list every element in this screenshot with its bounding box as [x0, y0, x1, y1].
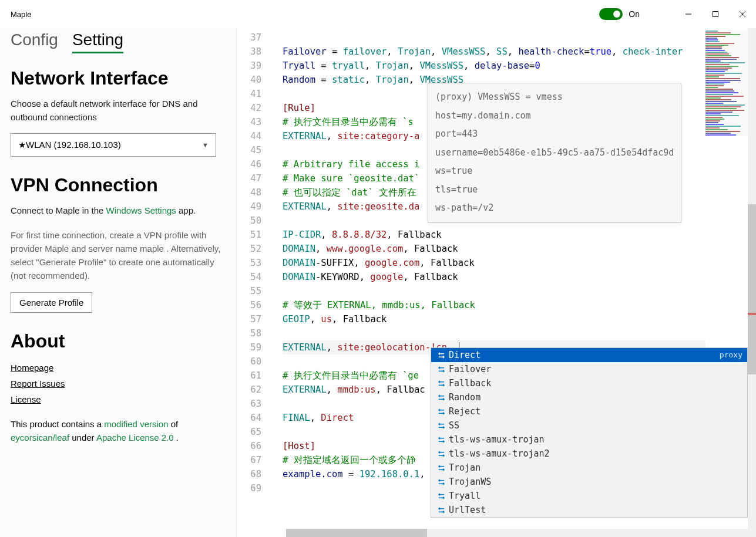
- proxy-icon: [436, 492, 446, 500]
- tabs: Config Setting: [11, 31, 226, 53]
- hover-line: port=443: [435, 125, 674, 144]
- toggle-label: On: [629, 9, 640, 19]
- vpn-toggle[interactable]: [599, 8, 623, 20]
- select-value: ★WLAN (192.168.10.103): [18, 140, 121, 150]
- completion-item[interactable]: Directproxy: [431, 348, 747, 362]
- section-about-heading: About: [11, 330, 226, 352]
- section-vpn-heading: VPN Connection: [11, 174, 226, 196]
- sidebar: Config Setting Network Interface Choose …: [0, 28, 237, 537]
- proxy-icon: [436, 394, 446, 401]
- chevron-down-icon: ▼: [202, 141, 209, 148]
- titlebar: Maple On: [0, 0, 756, 28]
- license-link[interactable]: License: [11, 394, 226, 404]
- completion-item[interactable]: tls-ws-amux-trojan: [431, 433, 747, 447]
- generate-profile-button[interactable]: Generate Profile: [11, 292, 92, 313]
- scroll-marker: [748, 313, 756, 315]
- completion-item[interactable]: SS: [431, 418, 747, 433]
- proxy-icon: [436, 366, 446, 373]
- modified-version-link[interactable]: modified version: [104, 419, 168, 429]
- about-credits: This product contains a modified version…: [11, 417, 226, 445]
- network-interface-select[interactable]: ★WLAN (192.168.10.103) ▼: [11, 133, 216, 157]
- completion-item[interactable]: TrojanWS: [431, 475, 747, 489]
- completion-item[interactable]: Reject: [431, 404, 747, 418]
- homepage-link[interactable]: Homepage: [11, 363, 226, 373]
- proxy-icon: [436, 506, 446, 514]
- completion-item[interactable]: tls-ws-amux-trojan2: [431, 447, 747, 461]
- vpn-toggle-wrap: On: [599, 8, 640, 20]
- hover-line: tls=true: [435, 181, 674, 200]
- scrollbar-vertical[interactable]: [748, 28, 756, 537]
- proxy-icon: [436, 436, 446, 444]
- tab-config[interactable]: Config: [11, 31, 58, 53]
- hover-line: host=my.domain.com: [435, 107, 674, 126]
- maximize-button[interactable]: [702, 5, 729, 23]
- vpn-desc-1: Connect to Maple in the Windows Settings…: [11, 204, 226, 218]
- window-title: Maple: [11, 10, 31, 19]
- windows-settings-link[interactable]: Windows Settings: [106, 205, 176, 215]
- apache-license-link[interactable]: Apache License 2.0: [96, 433, 174, 443]
- tab-setting[interactable]: Setting: [72, 31, 123, 53]
- hover-line: username=0eb5486e-e1b5-49c5-aa75-d15e54d…: [435, 144, 674, 163]
- network-desc: Choose a default network interface for D…: [11, 97, 226, 124]
- completion-popup[interactable]: DirectproxyFailoverFallbackRandomRejectS…: [431, 347, 748, 518]
- proxy-icon: [436, 352, 446, 359]
- completion-item[interactable]: Tryall: [431, 489, 747, 503]
- scrollbar-horizontal-thumb[interactable]: [286, 529, 427, 537]
- proxy-icon: [436, 408, 446, 416]
- proxy-icon: [436, 464, 446, 472]
- completion-item[interactable]: Failover: [431, 362, 747, 376]
- proxy-icon: [436, 422, 446, 430]
- minimize-button[interactable]: [675, 5, 702, 23]
- close-button[interactable]: [729, 5, 756, 23]
- completion-item[interactable]: Trojan: [431, 461, 747, 475]
- hover-line: ws=true: [435, 162, 674, 181]
- hover-tooltip: (proxy) VMessWSS = vmess host=my.domain.…: [428, 83, 681, 223]
- vpn-desc-2: For first time connection, create a VPN …: [11, 228, 226, 283]
- minimap[interactable]: [705, 31, 748, 136]
- completion-item[interactable]: UrlTest: [431, 503, 747, 517]
- scrollbar-horizontal[interactable]: [286, 529, 748, 537]
- report-issues-link[interactable]: Report Issues: [11, 379, 226, 389]
- section-network-heading: Network Interface: [11, 67, 226, 89]
- titlebar-controls: On: [599, 5, 756, 23]
- code-editor[interactable]: 3738394041424344454647484950515253545556…: [237, 28, 756, 537]
- proxy-icon: [436, 380, 446, 387]
- completion-item[interactable]: Fallback: [431, 376, 747, 390]
- scrollbar-vertical-thumb[interactable]: [748, 204, 756, 374]
- main: Config Setting Network Interface Choose …: [0, 28, 756, 537]
- toggle-knob: [613, 11, 620, 18]
- hover-line: (proxy) VMessWSS = vmess: [435, 88, 674, 107]
- line-gutter: 3738394041424344454647484950515253545556…: [237, 28, 271, 495]
- completion-item[interactable]: Random: [431, 390, 747, 404]
- proxy-icon: [436, 450, 446, 458]
- leaf-link[interactable]: eycorsican/leaf: [11, 433, 69, 443]
- proxy-icon: [436, 478, 446, 486]
- svg-rect-0: [713, 12, 718, 17]
- hover-line: ws-path=/v2: [435, 199, 674, 218]
